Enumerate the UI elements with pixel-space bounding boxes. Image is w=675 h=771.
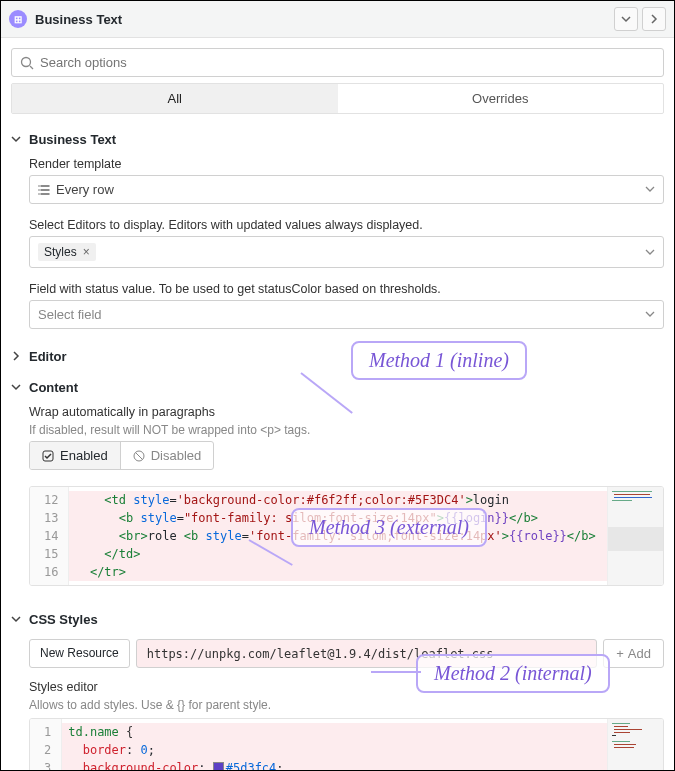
expand-button[interactable] [642, 7, 666, 31]
section-content: Content Wrap automatically in paragraphs… [1, 372, 674, 588]
chevron-down-icon [11, 612, 23, 627]
chevron-down-icon [645, 245, 655, 260]
svg-point-0 [22, 57, 31, 66]
wrap-toggle-group: Enabled Disabled [29, 441, 214, 470]
section-toggle-business-text[interactable]: Business Text [11, 126, 664, 153]
annotation-method-3: Method 3 (external) [291, 508, 487, 547]
toggle-label: Disabled [151, 448, 202, 463]
select-value: Every row [56, 182, 645, 197]
tab-bar: All Overrides [11, 83, 664, 114]
chevron-down-icon [11, 132, 23, 147]
annotation-connector [371, 671, 421, 673]
chevron-right-icon [649, 14, 659, 24]
field-select-editors: Select Editors to display. Editors with … [11, 214, 664, 278]
new-resource-label: New Resource [29, 639, 130, 668]
chevron-down-icon [645, 307, 655, 322]
minimap[interactable] [607, 487, 663, 585]
chevron-down-icon [645, 182, 655, 197]
chip-styles: Styles × [38, 243, 96, 261]
search-icon [20, 56, 34, 70]
field-label: Field with status value. To be used to g… [29, 282, 664, 296]
wrap-disabled-button[interactable]: Disabled [121, 442, 214, 469]
chevron-down-icon [11, 380, 23, 395]
search-box[interactable] [11, 48, 664, 77]
annotation-method-1: Method 1 (inline) [351, 341, 527, 380]
status-field-select[interactable]: Select field [29, 300, 664, 329]
section-toggle-editor[interactable]: Editor [11, 343, 664, 370]
cancel-icon [133, 450, 145, 462]
field-label: Select Editors to display. Editors with … [29, 218, 664, 232]
list-icon [38, 184, 50, 196]
css-code-editor[interactable]: 123456789 td.name { border: 0; backgroun… [29, 718, 664, 771]
section-editor: Editor [1, 341, 674, 372]
panel-header: ⊞ Business Text [1, 1, 674, 38]
app-logo-icon: ⊞ [9, 10, 27, 28]
search-input[interactable] [40, 55, 655, 70]
add-resource-button[interactable]: + Add [603, 639, 664, 668]
search-wrap [1, 38, 674, 83]
field-status-value: Field with status value. To be used to g… [11, 278, 664, 339]
field-desc: Allows to add styles. Use & {} for paren… [29, 698, 664, 712]
minimap[interactable] [607, 719, 663, 771]
chevron-right-icon [11, 349, 23, 364]
chevron-down-icon [621, 14, 631, 24]
tab-overrides[interactable]: Overrides [338, 84, 664, 113]
field-wrap-paragraphs: Wrap automatically in paragraphs If disa… [11, 401, 664, 480]
select-placeholder: Select field [38, 307, 645, 322]
render-template-select[interactable]: Every row [29, 175, 664, 204]
toggle-label: Enabled [60, 448, 108, 463]
add-label: Add [628, 646, 651, 661]
panel-title: Business Text [35, 12, 610, 27]
field-render-template: Render template Every row [11, 153, 664, 214]
code-gutter: 123456789 [30, 719, 62, 771]
section-label: Business Text [29, 132, 116, 147]
collapse-button[interactable] [614, 7, 638, 31]
code-lines[interactable]: td.name { border: 0; background-color: #… [62, 719, 607, 771]
section-label: Editor [29, 349, 67, 364]
annotation-method-2: Method 2 (internal) [416, 654, 610, 693]
plus-icon: + [616, 646, 624, 661]
wrap-enabled-button[interactable]: Enabled [30, 442, 121, 469]
section-label: CSS Styles [29, 612, 98, 627]
section-business-text: Business Text Render template Every row … [1, 124, 674, 341]
code-gutter: 1213141516 [30, 487, 69, 585]
field-desc: If disabled, result will NOT be wrapped … [29, 423, 664, 437]
check-icon [42, 450, 54, 462]
section-toggle-content[interactable]: Content [11, 374, 664, 401]
chip-label: Styles [44, 245, 77, 259]
section-label: Content [29, 380, 78, 395]
chip-remove-button[interactable]: × [83, 245, 90, 259]
select-editors-select[interactable]: Styles × [29, 236, 664, 268]
field-label: Render template [29, 157, 664, 171]
tab-all[interactable]: All [12, 84, 338, 113]
section-toggle-css-styles[interactable]: CSS Styles [11, 606, 664, 633]
